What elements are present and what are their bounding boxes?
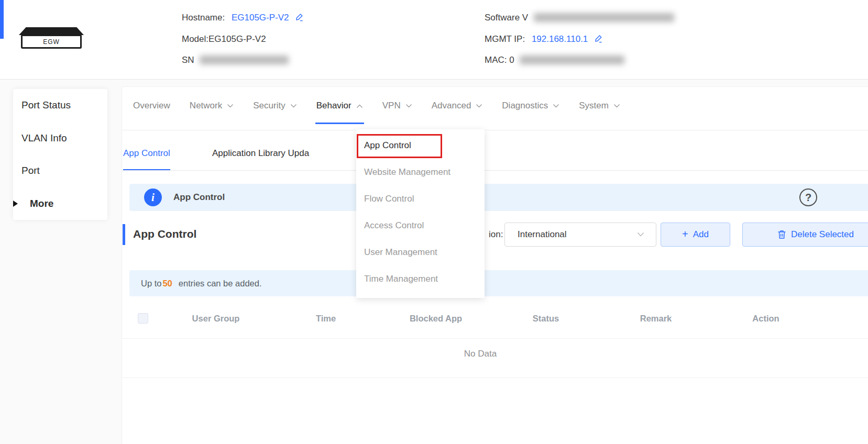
column-header-action: Action <box>711 314 821 324</box>
software-row: Software V <box>485 13 674 23</box>
app-library-version-select[interactable]: International <box>504 223 656 247</box>
chevron-down-icon <box>476 104 482 108</box>
model-row: Model:EG105G-P-V2 <box>182 34 266 45</box>
menu-item-website-management[interactable]: Website Management <box>356 159 485 185</box>
select-all-checkbox[interactable] <box>138 313 148 324</box>
plus-icon: + <box>682 228 688 240</box>
device-header: EGW Hostname: EG105G-P-V2 Model:EG105G-P… <box>0 0 868 79</box>
section-header: App Control ion: International + Add Del… <box>122 222 868 248</box>
tab-label: VPN <box>382 101 401 111</box>
tab-label: System <box>579 101 609 111</box>
menu-item-label: User Management <box>364 247 437 258</box>
tab-label: Behavior <box>316 101 351 111</box>
help-icon[interactable]: ? <box>799 188 817 206</box>
sidebar-item-vlan-info[interactable]: VLAN Info <box>13 122 107 155</box>
menu-item-user-management[interactable]: User Management <box>356 239 485 265</box>
chevron-down-icon <box>290 104 297 108</box>
tabs-divider <box>122 130 868 130</box>
sn-label: SN <box>182 55 194 65</box>
menu-item-label: App Control <box>364 140 411 151</box>
sidebar-item-label: VLAN Info <box>21 132 67 144</box>
info-banner-title: App Control <box>173 192 225 203</box>
subtab-app-control[interactable]: App Control <box>123 137 170 170</box>
sn-row: SN <box>182 55 289 65</box>
sidebar-item-more[interactable]: More <box>13 187 107 220</box>
menu-item-app-control[interactable]: App Control <box>356 132 485 159</box>
tab-behavior[interactable]: Behavior <box>315 87 364 125</box>
chevron-up-icon <box>356 104 363 108</box>
sidebar-item-label: More <box>30 198 53 209</box>
tab-diagnostics[interactable]: Diagnostics <box>501 87 561 125</box>
tab-advanced[interactable]: Advanced <box>431 87 484 125</box>
tab-security[interactable]: Security <box>252 87 298 125</box>
menu-item-access-control[interactable]: Access Control <box>356 212 485 239</box>
delete-button-label: Delete Selected <box>791 229 854 240</box>
software-label: Software V <box>485 13 528 23</box>
notice-suffix: entries can be added. <box>179 279 262 288</box>
select-value: International <box>518 229 567 240</box>
hostname-label: Hostname: <box>182 13 225 23</box>
sidebar-item-port-status[interactable]: Port Status <box>13 89 107 122</box>
column-header-remark: Remark <box>601 314 711 324</box>
device-lid <box>19 27 84 35</box>
tab-label: Security <box>253 101 285 111</box>
chevron-down-icon <box>637 232 644 237</box>
mac-value-redacted <box>520 56 624 64</box>
behavior-dropdown-menu: App Control Website Management Flow Cont… <box>356 129 485 298</box>
model-text: Model:EG105G-P-V2 <box>182 34 266 44</box>
sidebar-item-port[interactable]: Port <box>13 154 107 187</box>
menu-item-label: Flow Control <box>364 194 414 204</box>
table-header-divider <box>122 338 868 339</box>
mgmt-ip-label: MGMT IP: <box>485 34 525 44</box>
hostname-row: Hostname: EG105G-P-V2 <box>182 13 304 24</box>
notice-count: 50 <box>162 279 172 288</box>
chevron-down-icon <box>405 104 412 108</box>
add-button[interactable]: + Add <box>661 223 730 247</box>
hostname-link[interactable]: EG105G-P-V2 <box>232 13 289 23</box>
caret-right-icon <box>13 201 18 207</box>
tab-system[interactable]: System <box>578 87 621 125</box>
subtab-label: Application Library Upda <box>212 148 309 159</box>
sidebar: Port Status VLAN Info Port More <box>13 89 107 220</box>
chevron-down-icon <box>227 104 234 108</box>
notice-prefix: Up to <box>141 279 161 288</box>
subtab-label: App Control <box>123 148 170 159</box>
tab-label: Diagnostics <box>502 101 548 111</box>
section-title: App Control <box>133 228 196 240</box>
page-body: Port Status VLAN Info Port More Overview <box>0 80 868 444</box>
table-bottom-divider <box>122 378 868 378</box>
delete-selected-button[interactable]: Delete Selected <box>742 223 868 247</box>
edit-hostname-icon[interactable] <box>295 13 304 24</box>
column-header-blocked-app: Blocked App <box>381 314 491 324</box>
edit-mgmt-ip-icon[interactable] <box>594 34 603 46</box>
entries-notice: Up to 50 entries can be added. <box>129 270 868 296</box>
info-banner: i App Control ? <box>129 184 868 211</box>
device-label: EGW <box>43 38 60 46</box>
menu-item-flow-control[interactable]: Flow Control <box>356 185 485 212</box>
app-screen: EGW Hostname: EG105G-P-V2 Model:EG105G-P… <box>0 0 868 444</box>
subtab-application-library-update[interactable]: Application Library Upda <box>212 137 309 170</box>
brand-stripe <box>0 0 4 39</box>
mac-label: MAC: 0 <box>485 55 514 65</box>
mac-row: MAC: 0 <box>485 55 624 65</box>
device-icon: EGW <box>18 27 84 50</box>
section-accent-bar <box>123 224 125 245</box>
column-header-time: Time <box>271 314 381 324</box>
content-card: Overview Network Security Behavior <box>122 86 868 444</box>
software-version-redacted <box>534 13 674 22</box>
menu-item-label: Access Control <box>364 220 424 231</box>
sn-value-redacted <box>200 56 289 64</box>
tab-network[interactable]: Network <box>189 87 235 125</box>
column-header-user-group: User Group <box>161 314 271 324</box>
tab-label: Overview <box>133 101 170 111</box>
add-button-label: Add <box>693 229 709 240</box>
menu-item-time-management[interactable]: Time Management <box>356 265 485 292</box>
table-header-row: User Group Time Blocked App Status Remar… <box>122 308 866 329</box>
version-label-fragment: ion: <box>489 229 503 240</box>
menu-item-label: Time Management <box>364 274 438 284</box>
device-body: EGW <box>21 35 82 49</box>
tab-overview[interactable]: Overview <box>132 87 171 125</box>
mgmt-ip-link[interactable]: 192.168.110.1 <box>532 34 588 44</box>
main-nav: Overview Network Security Behavior <box>122 87 868 131</box>
tab-vpn[interactable]: VPN <box>381 87 413 125</box>
